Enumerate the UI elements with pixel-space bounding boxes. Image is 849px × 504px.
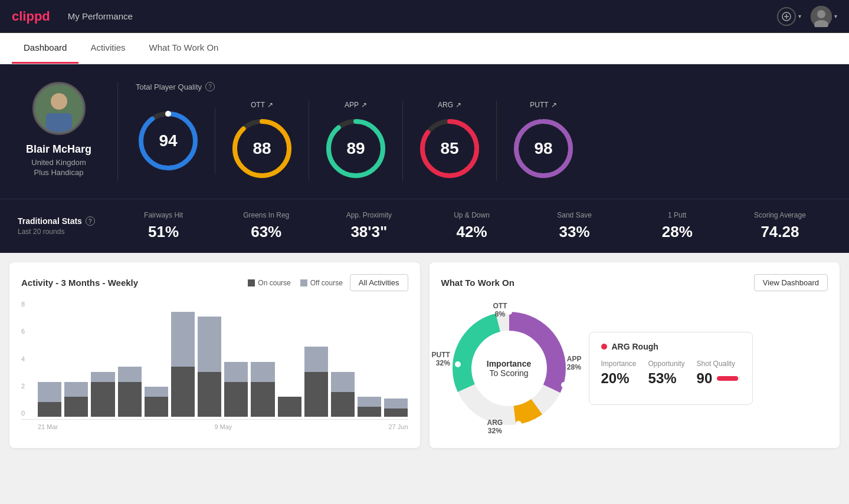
wtwo-header: What To Work On View Dashboard (441, 274, 828, 291)
player-name: Blair McHarg (26, 143, 91, 156)
shot-quality-bar (717, 376, 740, 381)
putt-label: PUTT ↗ (530, 101, 556, 109)
quality-section: Total Player Quality ? 94 OTT ↗ (118, 82, 831, 181)
bar-bottom-12 (358, 407, 381, 417)
bar-top-1 (64, 382, 88, 397)
quality-help-icon[interactable]: ? (205, 82, 215, 91)
main-score-meter: 94 (136, 108, 215, 173)
bar-bottom-6 (198, 372, 221, 417)
header-title: My Performance (68, 11, 133, 21)
bottom-section: Activity - 3 Months - Weekly On course O… (0, 253, 849, 457)
importance-metric: Importance 20% (601, 360, 637, 387)
legend-on-course-icon (248, 279, 255, 286)
bar-group-11 (331, 301, 355, 417)
bar-bottom-8 (251, 382, 274, 417)
main-score-value: 94 (159, 131, 177, 150)
donut-wrapper: Importance To Scoring OTT 8% APP 28% (441, 301, 577, 436)
add-button[interactable]: ▾ (777, 7, 801, 26)
legend-off-course: Off course (300, 279, 343, 287)
arg-circle: 85 (417, 116, 482, 181)
bar-bottom-4 (145, 397, 168, 417)
bar-top-2 (91, 372, 114, 382)
tab-dashboard[interactable]: Dashboard (12, 33, 78, 64)
activity-chart-title: Activity - 3 Months - Weekly (21, 278, 138, 288)
trad-stats-help-icon[interactable]: ? (86, 216, 95, 226)
arg-label: ARG ↗ (438, 101, 461, 109)
stat-one-putt: 1 Putt 28% (626, 211, 729, 241)
info-card-title: ARG Rough (601, 342, 741, 351)
bar-top-10 (304, 347, 328, 372)
bar-group-8 (251, 301, 274, 417)
bar-group-7 (224, 301, 248, 417)
stat-scoring-average: Scoring Average 74.28 (729, 211, 831, 241)
add-chevron: ▾ (798, 13, 801, 19)
trad-stats-label: Traditional Stats ? Last 20 rounds (18, 216, 112, 236)
wtwo-title: What To Work On (441, 278, 514, 288)
ott-meter: OTT ↗ 88 (215, 101, 309, 181)
bar-bottom-11 (331, 392, 355, 417)
info-card: ARG Rough Importance 20% Opportunity 53%… (589, 332, 753, 405)
ott-circle: 88 (230, 116, 294, 181)
bar-group-0 (38, 301, 61, 417)
svg-point-27 (516, 421, 522, 427)
putt-value: 98 (534, 139, 552, 158)
header-actions: ▾ ▾ (777, 6, 837, 27)
activity-chart-header: Activity - 3 Months - Weekly On course O… (21, 274, 408, 291)
shot-quality-metric: Shot Quality 90 (697, 360, 741, 387)
all-activities-button[interactable]: All Activities (350, 274, 408, 291)
donut-center: Importance To Scoring (487, 359, 531, 378)
user-avatar (811, 6, 832, 27)
bar-bottom-5 (171, 367, 195, 417)
user-menu[interactable]: ▾ (811, 6, 837, 27)
arg-meter: ARG ↗ 85 (403, 101, 497, 181)
app-arrow: ↗ (361, 101, 367, 109)
bar-group-1 (64, 301, 88, 417)
bar-top-8 (251, 362, 274, 382)
arg-arrow: ↗ (455, 101, 461, 109)
legend-on-course: On course (248, 279, 290, 287)
logo: clippd (12, 9, 50, 24)
bar-bottom-10 (304, 372, 328, 417)
circle-dot (165, 111, 171, 117)
player-info: Blair McHarg United Kingdom Plus Handica… (18, 82, 118, 181)
y-axis: 8 6 4 2 0 (21, 301, 29, 417)
app-circle: 89 (323, 116, 388, 181)
bar-top-5 (171, 312, 195, 367)
main-score-circle: 94 (136, 108, 201, 173)
player-handicap: Plus Handicap (34, 168, 84, 177)
hero-section: Blair McHarg United Kingdom Plus Handica… (0, 64, 849, 199)
red-dot-icon (601, 344, 607, 350)
ott-label: OTT ↗ (251, 101, 273, 109)
bar-top-6 (198, 317, 221, 372)
what-to-work-on-card: What To Work On View Dashboard (430, 262, 840, 448)
svg-rect-8 (46, 113, 72, 133)
bar-top-13 (384, 398, 408, 409)
tab-what-to-work-on[interactable]: What To Work On (137, 33, 231, 64)
shot-quality-fill (717, 376, 738, 381)
stat-fairways-hit: Fairways Hit 51% (112, 211, 215, 241)
quality-label: Total Player Quality ? (136, 82, 831, 91)
bars-wrapper (21, 301, 408, 417)
bar-bottom-3 (118, 382, 142, 417)
ott-value: 88 (253, 139, 271, 158)
logo-text: clippd (12, 9, 50, 24)
bar-bottom-2 (91, 382, 114, 417)
stat-greens-in-reg: Greens In Reg 63% (215, 211, 317, 241)
bar-group-2 (91, 301, 114, 417)
view-dashboard-button[interactable]: View Dashboard (754, 274, 828, 291)
bar-top-12 (358, 397, 381, 407)
bar-chart-area: 8 6 4 2 0 (21, 301, 408, 420)
quality-meters: 94 OTT ↗ 88 AP (136, 101, 831, 181)
chart-legend: On course Off course (248, 279, 343, 287)
svg-point-7 (51, 93, 67, 110)
add-icon[interactable] (777, 7, 796, 26)
wtwo-content: Importance To Scoring OTT 8% APP 28% (441, 301, 828, 436)
nav-tabs: Dashboard Activities What To Work On (0, 33, 849, 64)
app-label: APP ↗ (345, 101, 367, 109)
arg-value: 85 (440, 139, 458, 158)
tab-activities[interactable]: Activities (78, 33, 137, 64)
putt-arrow: ↗ (551, 101, 557, 109)
bar-top-11 (331, 372, 355, 392)
putt-meter: PUTT ↗ 98 (497, 101, 590, 181)
bar-bottom-0 (38, 402, 61, 417)
